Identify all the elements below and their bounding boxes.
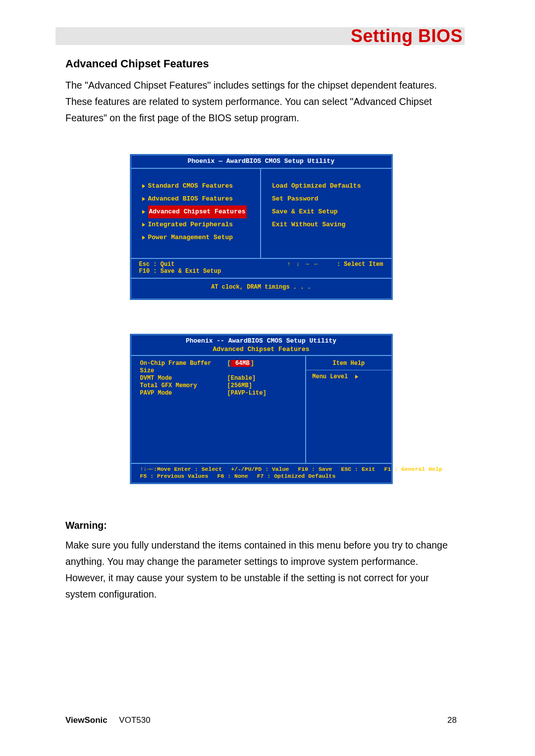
bios1-item-save-exit: Save & Exit Setup [272,205,383,218]
triangle-icon [142,236,145,240]
bios1-columns: Standard CMOS Features Advanced BIOS Fea… [131,168,391,259]
warning-text: Make sure you fully understand the items… [65,537,457,603]
footer-exit: ESC : Exit [341,466,375,473]
bios1-left-column: Standard CMOS Features Advanced BIOS Fea… [131,169,262,258]
triangle-icon [142,197,145,201]
bios1-item-advanced-chipset: Advanced Chipset Features [142,205,253,218]
bios1-item-advanced-bios: Advanced BIOS Features [142,193,253,205]
setting-value: [Enable] [227,375,256,382]
bios2-side-column: Item Help Menu Level [305,356,391,463]
bios2-footer-line1: ↑↓→←:Move Enter : Select +/-/PU/PD : Val… [140,466,387,473]
page-footer: ViewSonic VOT530 28 [65,715,457,725]
bios1-select-item: : Select Item [337,261,383,268]
bios2-columns: On-Chip Frame Buffer Size [ 64MB] DVMT M… [131,355,391,464]
bios2-menu-level: Menu Level [312,373,385,380]
bios1-item-load-defaults: Load Optimized Defaults [272,180,383,193]
section-heading: Advanced Chipset Features [65,57,457,70]
bios2-footer-keys: ↑↓→←:Move Enter : Select +/-/PU/PD : Val… [131,464,391,483]
setting-label: Total GFX Memory [140,382,227,390]
selected-value: 64MB [231,360,251,367]
bios-chipset-submenu-figure: Phoenix -- AwardBIOS CMOS Setup Utility … [130,334,393,484]
footer-help: F1 : General Help [384,466,442,473]
menu-label: Set Password [272,193,319,205]
bios2-row-frame-buffer: On-Chip Frame Buffer Size [ 64MB] [140,360,303,375]
bios2-row-pavp-mode: PAVP Mode [PAVP-Lite] [140,390,303,397]
footer-model: VOT530 [119,715,150,725]
triangle-icon [355,375,358,379]
bios2-footer-line2: F5 : Previous Values F6 : None F7 : Opti… [140,473,387,480]
setting-value: [256MB] [227,382,252,390]
bios1-item-exit-without-saving: Exit Without Saving [272,218,383,231]
bios1-title: Phoenix — AwardBIOS CMOS Setup Utility [131,155,391,168]
menu-label: Exit Without Saving [272,218,345,231]
bios2-row-total-gfx-memory: Total GFX Memory [256MB] [140,382,303,390]
triangle-icon [142,210,145,214]
arrow-keys-icon: ↑ ↓ → ← [287,261,319,268]
menu-label-selected: Advanced Chipset Features [148,205,247,218]
header-title: Setting BIOS [351,26,463,47]
setting-label: DVMT Mode [140,375,227,382]
triangle-icon [142,184,145,188]
bios1-item-integrated-peripherals: Integrated Peripherals [142,218,253,231]
divider [306,370,391,370]
menu-label: Advanced BIOS Features [148,193,233,205]
footer-save: F10 : Save [298,466,332,473]
footer-none: F6 : None [217,473,248,480]
bios-main-menu-figure: Phoenix — AwardBIOS CMOS Setup Utility S… [130,154,393,300]
section-intro: The "Advanced Chipset Features" includes… [65,77,457,126]
header-bar: Setting BIOS [55,27,465,45]
bios1-item-power-management: Power Management Setup [142,231,253,244]
setting-value: [PAVP-Lite] [227,390,267,397]
bios2-subtitle: Advanced Chipset Features [131,346,391,355]
footer-page-number: 28 [447,715,457,725]
bios2-title: Phoenix -- AwardBIOS CMOS Setup Utility [131,335,391,346]
setting-value: [ 64MB] [227,360,254,375]
content-area: Advanced Chipset Features The "Advanced … [65,53,457,603]
footer-optimized-defaults: F7 : Optimized Defaults [257,473,336,480]
bios1-footer-keys: Esc : Quit F10 : Save & Exit Setup ↑ ↓ →… [131,259,391,278]
footer-brand: ViewSonic [65,715,107,725]
bios2-row-dvmt-mode: DVMT Mode [Enable] [140,375,303,382]
menu-label: Standard CMOS Features [148,180,233,193]
bios1-item-standard-cmos: Standard CMOS Features [142,180,253,193]
setting-label: On-Chip Frame Buffer Size [140,360,227,375]
bios1-esc-quit: Esc : Quit [139,261,221,268]
bios1-footer-right: ↑ ↓ → ← : Select Item [287,261,383,275]
bios1-f10-save: F10 : Save & Exit Setup [139,268,221,275]
bios2-main-column: On-Chip Frame Buffer Size [ 64MB] DVMT M… [131,356,306,463]
menu-label: Power Management Setup [148,231,233,244]
bios2-item-help-title: Item Help [312,360,385,367]
footer-previous-values: F5 : Previous Values [140,473,209,480]
menu-label: Save & Exit Setup [272,205,338,218]
triangle-icon [142,223,145,227]
warning-heading: Warning: [65,520,457,531]
setting-label: PAVP Mode [140,390,227,397]
bios1-description: AT clock, DRAM timings . . . [131,278,391,299]
footer-value: +/-/PU/PD : Value [231,466,289,473]
bios1-item-set-password: Set Password [272,193,383,205]
menu-level-label: Menu Level [312,373,348,380]
footer-left: ViewSonic VOT530 [65,715,151,725]
menu-label: Load Optimized Defaults [272,180,361,193]
menu-label: Integrated Peripherals [148,218,233,231]
bios1-right-column: Load Optimized Defaults Set Password Sav… [261,169,391,258]
bios1-footer-left: Esc : Quit F10 : Save & Exit Setup [139,261,221,275]
footer-move-select: ↑↓→←:Move Enter : Select [140,466,222,473]
